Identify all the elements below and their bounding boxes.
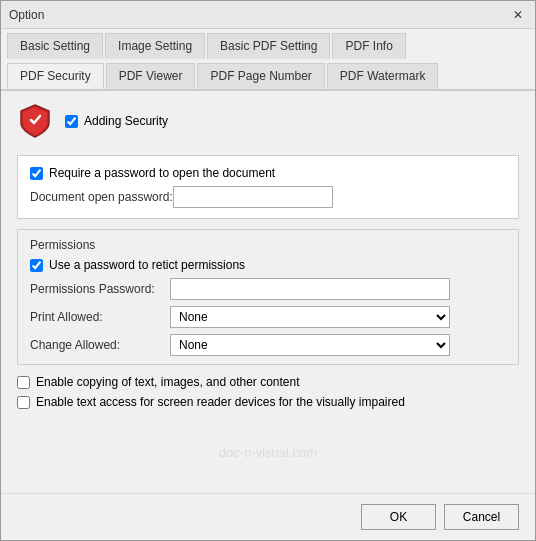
close-button[interactable]: ✕ [509,6,527,24]
change-allowed-label: Change Allowed: [30,338,170,352]
enable-copying-row: Enable copying of text, images, and othe… [17,375,519,389]
tab-basic-setting-label: Basic Setting [20,39,90,53]
title-bar: Option ✕ [1,1,535,29]
change-allowed-row: Change Allowed: None Insert/Delete/Rotat… [30,334,506,356]
permissions-header: Permissions [30,238,506,252]
use-password-checkbox[interactable] [30,259,43,272]
tab-pdf-page-number-label: PDF Page Number [210,69,311,83]
doc-password-row: Document open password: [30,186,506,208]
tab-basic-setting[interactable]: Basic Setting [7,33,103,59]
cancel-button[interactable]: Cancel [444,504,519,530]
window-title: Option [9,8,44,22]
tabs-row-2: PDF Security PDF Viewer PDF Page Number … [1,59,535,90]
tab-image-setting[interactable]: Image Setting [105,33,205,59]
tabs-row-1: Basic Setting Image Setting Basic PDF Se… [1,29,535,59]
shield-icon [17,103,53,139]
print-allowed-label: Print Allowed: [30,310,170,324]
doc-password-label: Document open password: [30,190,173,204]
tab-pdf-security-label: PDF Security [20,69,91,83]
content-area: Adding Security Require a password to op… [1,91,535,493]
require-password-label[interactable]: Require a password to open the document [49,166,275,180]
tab-pdf-watermark-label: PDF Watermark [340,69,426,83]
adding-security-checkbox[interactable] [65,115,78,128]
enable-text-access-label[interactable]: Enable text access for screen reader dev… [36,395,405,409]
require-password-row: Require a password to open the document [30,166,506,180]
change-allowed-select[interactable]: None Insert/Delete/Rotate Pages Fill in … [170,334,450,356]
tab-image-setting-label: Image Setting [118,39,192,53]
permissions-password-input[interactable] [170,278,450,300]
window-body: Adding Security Require a password to op… [1,91,535,540]
tab-pdf-info[interactable]: PDF Info [332,33,405,59]
bottom-buttons: OK Cancel [1,493,535,540]
ok-button[interactable]: OK [361,504,436,530]
tabs-container: Basic Setting Image Setting Basic PDF Se… [1,29,535,91]
permissions-password-label: Permissions Password: [30,282,170,296]
adding-security-label[interactable]: Adding Security [84,114,168,128]
permissions-password-row: Permissions Password: [30,278,506,300]
use-password-label[interactable]: Use a password to retict permissions [49,258,245,272]
tab-pdf-info-label: PDF Info [345,39,392,53]
enable-copying-label[interactable]: Enable copying of text, images, and othe… [36,375,300,389]
enable-copying-checkbox[interactable] [17,376,30,389]
option-window: Option ✕ Basic Setting Image Setting Bas… [0,0,536,541]
tab-basic-pdf-setting-label: Basic PDF Setting [220,39,317,53]
print-allowed-row: Print Allowed: None Low Resolution High … [30,306,506,328]
require-password-checkbox[interactable] [30,167,43,180]
doc-password-input[interactable] [173,186,333,208]
tab-pdf-viewer-label: PDF Viewer [119,69,183,83]
enable-text-access-row: Enable text access for screen reader dev… [17,395,519,409]
tab-basic-pdf-setting[interactable]: Basic PDF Setting [207,33,330,59]
security-header: Adding Security [17,103,519,139]
tab-pdf-page-number[interactable]: PDF Page Number [197,63,324,89]
enable-text-access-checkbox[interactable] [17,396,30,409]
print-allowed-select[interactable]: None Low Resolution High Resolution [170,306,450,328]
permissions-section: Permissions Use a password to retict per… [17,229,519,365]
adding-security-row: Adding Security [65,114,168,128]
tab-pdf-security[interactable]: PDF Security [7,63,104,89]
use-password-row: Use a password to retict permissions [30,258,506,272]
require-password-section: Require a password to open the document … [17,155,519,219]
tab-pdf-watermark[interactable]: PDF Watermark [327,63,439,89]
tab-pdf-viewer[interactable]: PDF Viewer [106,63,196,89]
